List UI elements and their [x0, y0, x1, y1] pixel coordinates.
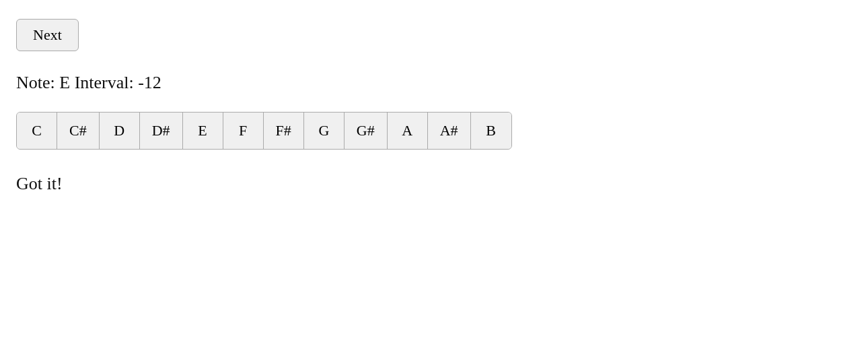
note-button-g[interactable]: G — [304, 113, 345, 149]
note-button-e[interactable]: E — [183, 113, 223, 149]
note-button-csharp[interactable]: C# — [57, 113, 100, 149]
next-button[interactable]: Next — [16, 19, 79, 51]
note-button-f[interactable]: F — [223, 113, 264, 149]
note-button-gsharp[interactable]: G# — [345, 113, 388, 149]
note-interval-label: Note: E Interval: -12 — [16, 73, 855, 93]
got-it-label: Got it! — [16, 174, 855, 194]
note-button-b[interactable]: B — [471, 113, 511, 149]
note-button-fsharp[interactable]: F# — [264, 113, 304, 149]
note-button-asharp[interactable]: A# — [428, 113, 471, 149]
note-button-dsharp[interactable]: D# — [140, 113, 183, 149]
note-button-c[interactable]: C — [17, 113, 57, 149]
note-buttons-container: CC#DD#EFF#GG#AA#B — [16, 112, 512, 150]
note-button-a[interactable]: A — [388, 113, 428, 149]
note-button-d[interactable]: D — [100, 113, 140, 149]
